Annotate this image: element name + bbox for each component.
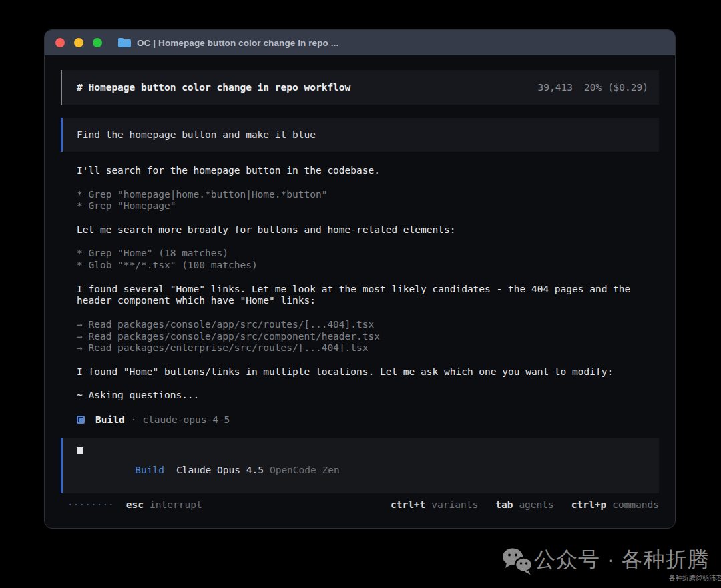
assistant-text-line: header component which have "Home" links… bbox=[77, 295, 659, 307]
zoom-window-button[interactable] bbox=[93, 38, 102, 47]
agent-name: Build bbox=[95, 414, 125, 425]
tool-call-line: * Glob "**/*.tsx" (100 matches) bbox=[77, 260, 659, 272]
spinner-dots: ········ bbox=[67, 499, 114, 510]
session-stats: 39,41320% ($0.29) bbox=[538, 82, 648, 93]
wechat-icon bbox=[502, 547, 533, 575]
agent-separator: · bbox=[131, 414, 137, 425]
assistant-status-line: ~ Asking questions... bbox=[77, 390, 659, 402]
session-title: # Homepage button color change in repo w… bbox=[77, 82, 350, 93]
status-bar-right: ctrl+tvariants tabagents ctrl+pcommands bbox=[373, 499, 659, 510]
shortcut-variants: ctrl+tvariants bbox=[391, 499, 478, 510]
terminal-window: OC | Homepage button color change in rep… bbox=[44, 29, 676, 529]
esc-key-hint: esc bbox=[126, 499, 144, 510]
status-bar-left: ········ esc interrupt bbox=[61, 499, 202, 510]
text-cursor bbox=[77, 447, 83, 454]
terminal-content: # Homepage button color change in repo w… bbox=[45, 55, 675, 511]
agent-model: claude-opus-4-5 bbox=[142, 414, 230, 425]
tool-call-group: * Grep "Home" (18 matches) * Glob "**/*.… bbox=[77, 248, 659, 272]
input-provider-label: OpenCode Zen bbox=[270, 465, 340, 475]
assistant-text-line: I'll search for the homepage button in t… bbox=[77, 165, 659, 177]
session-header: # Homepage button color change in repo w… bbox=[61, 70, 659, 105]
tool-call-line: * Grep "Home" (18 matches) bbox=[77, 248, 659, 260]
assistant-paragraph: I found "Home" buttons/links in multiple… bbox=[77, 366, 659, 378]
assistant-paragraph: Let me search more broadly for buttons a… bbox=[77, 224, 659, 236]
input-model-label: Claude Opus 4.5 bbox=[176, 465, 264, 475]
assistant-paragraph: I'll search for the homepage button in t… bbox=[77, 165, 659, 177]
input-agent-label: Build bbox=[135, 465, 164, 475]
prompt-input[interactable]: BuildClaude Opus 4.5OpenCode Zen bbox=[61, 438, 659, 493]
close-window-button[interactable] bbox=[55, 38, 65, 47]
status-bar: ········ esc interrupt ctrl+tvariants ta… bbox=[61, 498, 659, 511]
tool-call-line: * Grep "Homepage" bbox=[77, 200, 659, 212]
tool-call-line: → Read packages/enterprise/src/routes/[.… bbox=[77, 342, 659, 354]
watermark-text: 公众号 · 各种折腾 bbox=[534, 545, 701, 575]
assistant-paragraph: I found several "Home" links. Let me loo… bbox=[77, 284, 659, 308]
assistant-text-line: I found "Home" buttons/links in multiple… bbox=[77, 366, 659, 378]
assistant-text-line: Let me search more broadly for buttons a… bbox=[77, 224, 659, 236]
wechat-watermark: 公众号 · 各种折腾 各种折腾@杨浦老苏 bbox=[502, 544, 702, 584]
user-message: Find the homepage button and make it blu… bbox=[61, 118, 659, 152]
agent-status-row: Build · claude-opus-4-5 bbox=[61, 414, 659, 426]
tool-call-group: → Read packages/console/app/src/routes/[… bbox=[77, 319, 659, 354]
ctrl-p-action: commands bbox=[612, 499, 659, 510]
user-message-text: Find the homepage button and make it blu… bbox=[77, 129, 316, 140]
minimize-window-button[interactable] bbox=[74, 38, 83, 47]
watermark-subtext: 各种折腾@杨浦老苏 bbox=[669, 573, 721, 583]
input-meta-row: BuildClaude Opus 4.5OpenCode Zen bbox=[77, 454, 648, 486]
ctrl-p-key-hint: ctrl+p bbox=[571, 499, 606, 510]
token-count: 39,413 bbox=[538, 82, 573, 93]
tab-key-hint: tab bbox=[495, 499, 513, 510]
assistant-transcript: I'll search for the homepage button in t… bbox=[61, 165, 659, 402]
shortcut-agents: tabagents bbox=[495, 499, 554, 510]
tool-call-line: → Read packages/console/app/src/routes/[… bbox=[77, 319, 659, 331]
assistant-text-line: I found several "Home" links. Let me loo… bbox=[77, 284, 659, 296]
shortcut-commands: ctrl+pcommands bbox=[571, 499, 659, 510]
task-square-icon bbox=[77, 416, 85, 424]
folder-icon bbox=[118, 38, 131, 47]
window-title: OC | Homepage button color change in rep… bbox=[137, 38, 338, 48]
window-titlebar[interactable]: OC | Homepage button color change in rep… bbox=[45, 30, 675, 55]
tab-action: agents bbox=[519, 499, 553, 510]
tool-call-group: * Grep "homepage|home.*button|Home.*butt… bbox=[77, 189, 659, 213]
tool-call-line: * Grep "homepage|home.*button|Home.*butt… bbox=[77, 189, 659, 201]
ctrl-t-action: variants bbox=[431, 499, 478, 510]
tool-call-line: → Read packages/console/app/src/componen… bbox=[77, 331, 659, 343]
assistant-paragraph: ~ Asking questions... bbox=[77, 390, 659, 402]
ctrl-t-key-hint: ctrl+t bbox=[391, 499, 425, 510]
context-usage-cost: 20% ($0.29) bbox=[584, 82, 648, 93]
desktop-background: OC | Homepage button color change in rep… bbox=[0, 0, 721, 588]
esc-key-action: interrupt bbox=[150, 499, 202, 510]
